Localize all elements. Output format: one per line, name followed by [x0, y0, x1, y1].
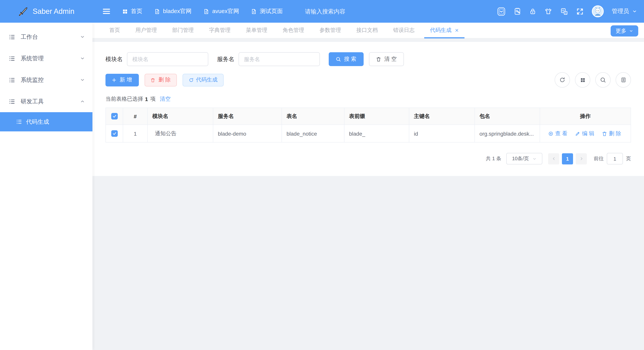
tab-error-log[interactable]: 错误日志 [386, 23, 422, 38]
sidebar-item-dev-tools[interactable]: 研发工具 [0, 91, 92, 112]
tab-role-management[interactable]: 角色管理 [275, 23, 312, 38]
column-header-table: 表名 [282, 108, 344, 125]
cell-package: org.springblade.desk... [475, 125, 540, 142]
select-all-checkbox[interactable] [111, 113, 118, 120]
tab-home[interactable]: 首页 [102, 23, 128, 38]
tab-user-management[interactable]: 用户管理 [128, 23, 164, 38]
service-name-input[interactable] [238, 52, 320, 66]
sword-icon [18, 6, 28, 17]
top-menu-collapse-button[interactable] [497, 7, 506, 16]
document-icon [154, 8, 160, 15]
user-menu[interactable]: 管理员 [612, 8, 637, 15]
sidebar-collapse-button[interactable] [102, 7, 111, 16]
list-icon [9, 98, 15, 105]
grid-view-icon [580, 77, 586, 83]
goto-page-input[interactable] [607, 153, 623, 164]
module-name-input[interactable] [127, 52, 208, 66]
top-bar: Saber Admin 首页 [0, 0, 644, 23]
top-nav-test-page[interactable]: 测试页面 [251, 8, 283, 15]
page-number-current[interactable]: 1 [562, 153, 573, 164]
view-link[interactable]: 查看 [548, 130, 569, 137]
search-button[interactable]: 搜索 [329, 52, 364, 66]
top-nav-home[interactable]: 首页 [122, 8, 142, 15]
top-bar-main: 首页 bladex官网 avuex官 [92, 0, 497, 23]
debug-tool-button[interactable] [514, 7, 521, 15]
language-button[interactable]: 中 A [560, 8, 568, 15]
prev-page-button[interactable] [548, 153, 559, 164]
tabs-more-button[interactable]: 更多 [611, 25, 638, 37]
header-search-input[interactable] [305, 8, 395, 15]
tab-api-docs[interactable]: 接口文档 [349, 23, 386, 38]
edit-link[interactable]: 编辑 [575, 130, 596, 137]
cell-prefix: blade_ [344, 125, 409, 142]
hamburger-icon [102, 7, 111, 16]
column-header-prefix: 表前缀 [344, 108, 409, 125]
plus-icon [112, 77, 116, 82]
delete-button[interactable]: 删除 [144, 74, 177, 86]
code-generate-button[interactable]: 代码生成 [182, 74, 224, 86]
chevron-right-icon [579, 156, 584, 161]
sidebar-item-code-generation[interactable]: 代码生成 [0, 112, 92, 131]
selection-prefix: 当前表格已选择 [106, 96, 143, 103]
cell-table: blade_notice [282, 125, 344, 142]
chevron-down-icon [629, 29, 633, 33]
table-row: 1 通知公告 blade-demo blade_notice blade_ id… [106, 125, 631, 142]
cell-service: blade-demo [213, 125, 282, 142]
top-nav-avuex[interactable]: avuex官网 [203, 8, 239, 15]
debug-clipboard-icon [514, 7, 521, 15]
sidebar-item-system-management[interactable]: 系统管理 [0, 48, 92, 69]
user-avatar[interactable] [592, 5, 604, 17]
sidebar: 工作台 系统管理 [0, 23, 92, 350]
page-size-select[interactable]: 10条/页 [506, 153, 542, 164]
row-checkbox[interactable] [111, 130, 118, 137]
selection-clear-link[interactable]: 清空 [160, 96, 171, 103]
column-header-service: 服务名 [213, 108, 282, 125]
column-settings-button[interactable] [616, 72, 631, 88]
goto-unit: 页 [626, 155, 631, 162]
pagination: 共 1 条 10条/页 1 前 [106, 153, 631, 164]
fullscreen-button[interactable] [576, 8, 584, 15]
sidebar-item-system-monitor[interactable]: 系统监控 [0, 69, 92, 91]
lock-icon [529, 7, 536, 15]
selection-count: 1 [145, 96, 148, 102]
pagination-total: 共 1 条 [486, 155, 501, 162]
language-icon: 中 A [560, 8, 568, 15]
filter-form: 模块名 服务名 搜索 [106, 52, 631, 66]
tab-department-management[interactable]: 部门管理 [164, 23, 201, 38]
grid-view-button[interactable] [575, 72, 590, 88]
tab-param-management[interactable]: 参数管理 [312, 23, 349, 38]
pencil-icon [575, 131, 580, 136]
column-header-package: 包名 [475, 108, 540, 125]
clear-button[interactable]: 清空 [369, 52, 404, 66]
goto-label: 前往 [594, 155, 604, 162]
table-toolbar [555, 72, 631, 88]
delete-link[interactable]: 删除 [602, 130, 623, 137]
refresh-icon [189, 77, 194, 82]
chevron-left-icon [551, 156, 556, 161]
next-page-button[interactable] [576, 153, 587, 164]
chevron-down-icon [80, 56, 85, 61]
tab-code-generation[interactable]: 代码生成 [422, 23, 466, 38]
add-button[interactable]: 新增 [106, 74, 139, 86]
column-header-pk: 主键名 [409, 108, 475, 125]
search-icon [600, 77, 606, 83]
app-logo: Saber Admin [0, 0, 92, 23]
refresh-button[interactable] [555, 72, 570, 88]
top-nav-bladex[interactable]: bladex官网 [154, 8, 192, 15]
row-actions: 查看 编辑 [540, 130, 630, 137]
search-toggle-button[interactable] [595, 72, 611, 88]
service-name-label: 服务名 [217, 56, 234, 63]
avatar-image [592, 5, 604, 17]
lock-screen-button[interactable] [529, 7, 536, 15]
tab-menu-management[interactable]: 菜单管理 [238, 23, 275, 38]
column-settings-icon [620, 77, 626, 83]
chevron-down-icon [80, 77, 85, 83]
svg-text:A: A [565, 12, 566, 14]
theme-button[interactable] [544, 8, 552, 15]
sidebar-item-workbench[interactable]: 工作台 [0, 26, 92, 48]
column-header-module: 模块名 [148, 108, 213, 125]
chevron-down-icon [80, 34, 85, 40]
tab-dict-management[interactable]: 字典管理 [201, 23, 238, 38]
fullscreen-icon [576, 8, 584, 15]
tab-close-icon[interactable] [455, 29, 459, 32]
